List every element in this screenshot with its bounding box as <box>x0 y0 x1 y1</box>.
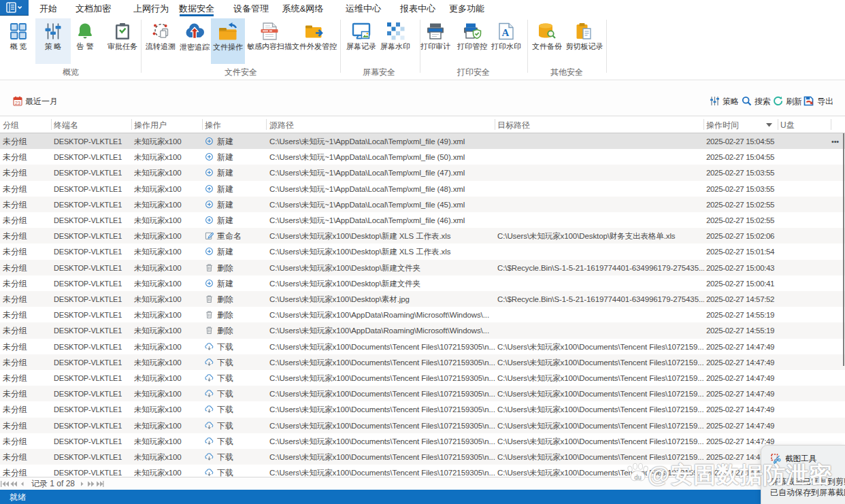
svg-text:du: du <box>634 473 642 481</box>
